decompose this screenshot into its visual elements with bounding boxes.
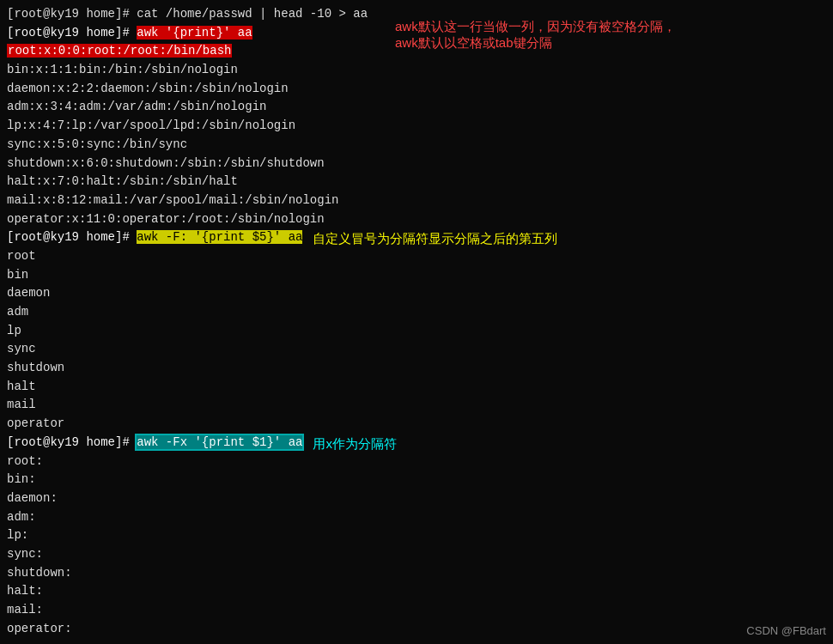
- line-24-cmd: awk -Fx '{print $1}' aa: [137, 435, 302, 449]
- line-33: mail:: [7, 601, 826, 620]
- line-25-text: root:: [7, 454, 43, 468]
- watermark: CSDN @FBdart: [746, 624, 826, 637]
- line-23: operator: [7, 415, 826, 434]
- line-18: lp: [7, 322, 826, 341]
- line-32: halt:: [7, 582, 826, 601]
- line-17-text: adm: [7, 305, 28, 319]
- line-2-prompt: [root@ky19 home]#: [7, 26, 137, 39]
- line-28: adm:: [7, 508, 826, 527]
- line-11-text: mail:x:8:12:mail:/var/spool/mail:/sbin/n…: [7, 193, 338, 207]
- line-26: bin:: [7, 471, 826, 489]
- line-12: operator:x:11:0:operator:/root:/sbin/nol…: [7, 210, 826, 229]
- line-4-text: bin:x:1:1:bin:/bin:/sbin/nologin: [7, 63, 238, 76]
- line-21: halt: [7, 378, 826, 397]
- line-25: root:: [7, 453, 826, 471]
- line-32-text: halt:: [7, 584, 43, 598]
- line-14-text: root: [7, 249, 36, 263]
- line-31-text: shutdown:: [7, 566, 72, 580]
- line-29-text: lp:: [7, 528, 28, 542]
- line-19-text: sync: [7, 342, 36, 355]
- line-4: bin:x:1:1:bin:/bin:/sbin/nologin: [7, 61, 826, 80]
- line-22-text: mail: [7, 398, 36, 411]
- line-15-text: bin: [7, 268, 28, 282]
- line-10: halt:x:7:0:halt:/sbin:/sbin/halt: [7, 173, 826, 191]
- line-7-text: lp:x:4:7:lp:/var/spool/lpd:/sbin/nologin: [7, 118, 295, 132]
- line-15: bin: [7, 266, 826, 285]
- line-13-cmd: awk -F: '{print $5}' aa: [137, 230, 302, 244]
- line-23-text: operator: [7, 416, 64, 430]
- line-1-text: [root@ky19 home]# cat /home/passwd | hea…: [7, 7, 368, 21]
- line-11: mail:x:8:12:mail:/var/spool/mail:/sbin/n…: [7, 191, 826, 210]
- line-12-text: operator:x:11:0:operator:/root:/sbin/nol…: [7, 212, 325, 226]
- line-8-text: sync:x:5:0:sync:/bin/sync: [7, 137, 187, 151]
- line-2-cmd: awk '{print}' aa: [137, 26, 252, 39]
- line-24: [root@ky19 home]# awk -Fx '{print $1}' a…: [7, 434, 826, 453]
- line-14: root: [7, 247, 826, 266]
- line-30: sync:: [7, 545, 826, 564]
- line-22: mail: [7, 396, 826, 415]
- line-6: adm:x:3:4:adm:/var/adm:/sbin/nologin: [7, 98, 826, 117]
- line-26-text: bin:: [7, 472, 36, 486]
- line-7: lp:x:4:7:lp:/var/spool/lpd:/sbin/nologin: [7, 117, 826, 136]
- terminal: [root@ky19 home]# cat /home/passwd | hea…: [0, 0, 833, 644]
- line-3-highlighted: root:x:0:0:root:/root:/bin/bash: [7, 44, 232, 58]
- line-33-text: mail:: [7, 603, 43, 617]
- line-20-text: shutdown: [7, 361, 64, 374]
- line-29: lp:: [7, 526, 826, 545]
- line-21-text: halt: [7, 380, 36, 393]
- line-10-text: halt:x:7:0:halt:/sbin:/sbin/halt: [7, 174, 238, 188]
- line-6-text: adm:x:3:4:adm:/var/adm:/sbin/nologin: [7, 100, 266, 113]
- line-27-text: daemon:: [7, 491, 58, 505]
- line-31: shutdown:: [7, 564, 826, 583]
- line-34: operator:: [7, 620, 826, 639]
- annotation-3: 用x作为分隔符: [313, 434, 397, 453]
- line-28-text: adm:: [7, 510, 36, 524]
- annotation-1: awk默认这一行当做一列，因为没有被空格分隔， awk默认以空格或tab键分隔: [395, 19, 676, 52]
- line-13-prompt: [root@ky19 home]#: [7, 230, 137, 244]
- annotation-2: 自定义冒号为分隔符显示分隔之后的第五列: [313, 228, 557, 248]
- line-9: shutdown:x:6:0:shutdown:/sbin:/sbin/shut…: [7, 155, 826, 173]
- annotation-1-line2: awk默认以空格或tab键分隔: [395, 35, 552, 50]
- line-13: [root@ky19 home]# awk -F: '{print $5}' a…: [7, 228, 826, 247]
- line-20: shutdown: [7, 359, 826, 378]
- line-30-text: sync:: [7, 547, 43, 561]
- line-17: adm: [7, 303, 826, 322]
- annotation-1-line1: awk默认这一行当做一列，因为没有被空格分隔，: [395, 19, 676, 33]
- line-18-text: lp: [7, 324, 21, 337]
- line-24-prompt: [root@ky19 home]#: [7, 435, 137, 449]
- line-5-text: daemon:x:2:2:daemon:/sbin:/sbin/nologin: [7, 82, 289, 95]
- line-27: daemon:: [7, 489, 826, 508]
- line-19: sync: [7, 340, 826, 359]
- line-9-text: shutdown:x:6:0:shutdown:/sbin:/sbin/shut…: [7, 156, 325, 170]
- line-34-text: operator:: [7, 622, 72, 635]
- line-16: daemon: [7, 284, 826, 303]
- line-5: daemon:x:2:2:daemon:/sbin:/sbin/nologin: [7, 80, 826, 99]
- line-8: sync:x:5:0:sync:/bin/sync: [7, 136, 826, 155]
- line-16-text: daemon: [7, 286, 50, 300]
